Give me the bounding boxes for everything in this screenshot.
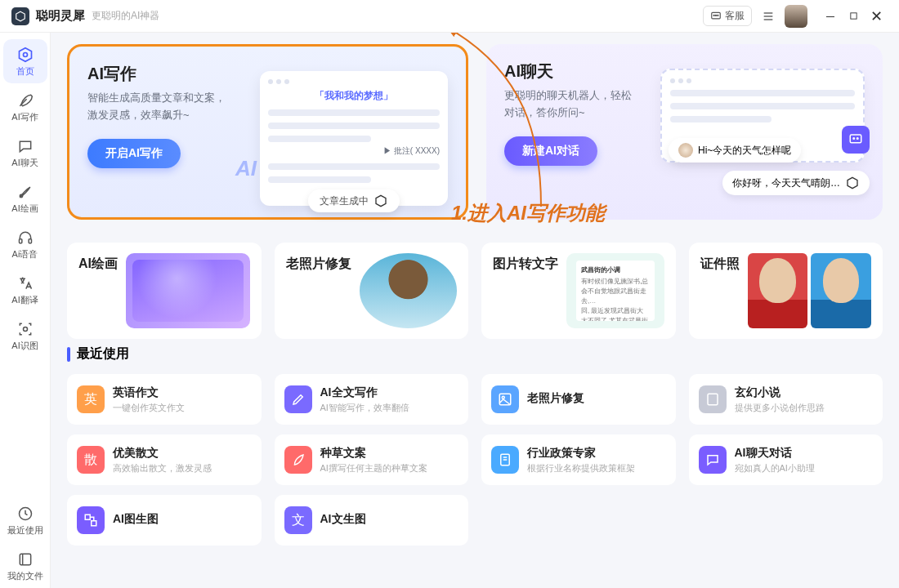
pen-icon [284,385,312,413]
recent-item[interactable]: 玄幻小说提供更多小说创作思路 [689,374,883,425]
folder-icon [16,550,34,568]
recent-item[interactable]: 散优美散文高效输出散文，激发灵感 [67,434,262,485]
hero-write-preview: 「我和我的梦想」 ▶ 批注( XXXX) AI 文章生成中 [260,71,448,206]
sidebar-item-label: 首页 [16,65,34,78]
window-minimize[interactable]: ─ [819,5,842,28]
sidebar-item-label: AI绘画 [11,203,38,215]
feature-thumb-id [748,253,872,328]
book-icon [699,385,727,413]
sidebar-item-recent[interactable]: 最近使用 [3,498,47,542]
svg-point-2 [713,15,714,16]
recent-item[interactable]: 英英语作文一键创作英文作文 [67,374,262,425]
sidebar-item-label: AI识图 [11,340,38,352]
svg-point-4 [718,15,718,16]
sidebar-item-ocr[interactable]: AI识图 [3,314,47,358]
recent-title: 种草文案 [320,446,427,461]
titlebar: 聪明灵犀 更聪明的AI神器 客服 ─ ✕ [0,0,899,33]
recent-item[interactable]: AI全文写作AI智能写作，效率翻倍 [275,374,469,425]
preview-title: 「我和我的梦想」 [268,89,440,103]
recent-item[interactable]: AI聊天对话宛如真人的AI小助理 [689,434,883,485]
user-avatar[interactable] [785,5,807,28]
window-close[interactable]: ✕ [865,5,888,28]
clock-icon [16,505,34,523]
recent-item[interactable]: 种草文案AI撰写任何主题的种草文案 [275,434,469,485]
sidebar-item-voice[interactable]: Ai语音 [3,222,47,266]
feature-thumb-paint [126,253,250,328]
chat-bubble-icon [16,137,34,155]
svg-rect-17 [20,554,30,564]
svg-rect-25 [708,394,718,405]
svg-marker-22 [848,177,857,188]
hero-chat-desc: 更聪明的聊天机器人，轻松 对话，答你所问~ [504,87,668,122]
hamburger-menu[interactable] [758,7,778,26]
recent-item[interactable]: 老照片修复 [481,374,676,425]
doc-icon [491,446,519,474]
hero-write-desc: 智能生成高质量文章和文案， 激发灵感，效率飙升~ [87,90,251,124]
recent-item[interactable]: 行业政策专家根据行业名称提供政策框架 [481,434,676,485]
customer-service-label: 客服 [725,9,745,23]
recent-desc: AI智能写作，效率翻倍 [320,402,409,414]
txt2img-icon: 文 [284,506,312,534]
leaf-icon [284,446,312,474]
sidebar-item-translate[interactable]: AI翻译 [3,268,47,312]
brush-icon [16,183,34,201]
sidebar-item-label: AI聊天 [11,157,38,169]
svg-rect-13 [19,238,21,243]
sidebar-item-chat[interactable]: AI聊天 [3,131,47,175]
sidebar-item-home[interactable]: 首页 [3,39,47,83]
chat-icon [710,11,722,22]
sidebar: 首页 AI写作 AI聊天 AI绘画 Ai语音 AI翻译 AI识图 最近使用 我的… [0,33,51,588]
svg-rect-30 [92,521,96,526]
recent-title: 行业政策专家 [527,446,635,461]
sidebar-item-label: 最近使用 [7,524,43,537]
recent-title: AI图生图 [113,512,159,527]
window-maximize[interactable] [842,5,865,28]
sidebar-item-files[interactable]: 我的文件 [3,544,47,588]
chat-bubble-user: Hi~今天的天气怎样呢 [669,138,801,163]
recent-title: 优美散文 [113,446,212,461]
svg-point-15 [23,327,27,331]
menu-icon [762,10,775,23]
feature-card-photo-restore[interactable]: 老照片修复 [275,243,469,339]
english-icon: 英 [77,385,105,413]
hero-card-write[interactable]: AI写作 智能生成高质量文章和文案， 激发灵感，效率飙升~ 开启AI写作 「我和… [67,44,468,220]
sidebar-item-paint[interactable]: AI绘画 [3,176,47,220]
feature-thumb-photo [360,253,458,328]
hero-card-chat[interactable]: AI聊天 更聪明的聊天机器人，轻松 对话，答你所问~ 新建AI对话 Hi~今天的… [486,44,883,220]
svg-marker-9 [19,47,31,61]
recent-item[interactable]: 文AI文生图 [275,495,469,546]
recent-desc: AI撰写任何主题的种草文案 [320,462,427,474]
svg-point-20 [853,138,855,140]
customer-service-button[interactable]: 客服 [703,6,752,26]
app-name: 聪明灵犀 [36,8,85,24]
feature-card-id-photo[interactable]: 证件照 [689,243,883,339]
preview-tag: ▶ 批注( XXXX) [268,145,440,157]
recent-item[interactable]: AI图生图 [67,495,262,546]
feature-title: 证件照 [700,256,740,273]
sidebar-item-write[interactable]: AI写作 [3,85,47,129]
recent-desc: 提供更多小说创作思路 [735,402,825,414]
feature-title: 图片转文字 [493,256,558,273]
square-icon [849,11,858,20]
recent-heading: 最近使用 [67,345,883,363]
sidebar-item-label: AI翻译 [11,294,38,306]
main-content: AI写作 智能生成高质量文章和文案， 激发灵感，效率飙升~ 开启AI写作 「我和… [51,33,899,588]
hexagon-icon [373,194,388,208]
feature-card-paint[interactable]: AI绘画 [67,243,262,339]
svg-point-10 [23,52,27,56]
recent-title: 玄幻小说 [735,385,825,400]
recent-desc: 宛如真人的AI小助理 [735,462,815,474]
chat-icon [699,446,727,474]
recent-title: AI聊天对话 [735,446,815,461]
svg-point-21 [857,138,859,140]
feature-thumb-doc: 武昌街的小调有时候们像见施深书,总会不自觉地跟武昌街走去,…回, 最近发现武昌街… [566,253,664,328]
start-ai-write-button[interactable]: 开启AI写作 [87,139,181,168]
recent-desc: 根据行业名称提供政策框架 [527,462,635,474]
app-logo [11,7,29,25]
feature-card-ocr[interactable]: 图片转文字 武昌街的小调有时候们像见施深书,总会不自觉地跟武昌街走去,…回, 最… [481,243,676,339]
svg-rect-19 [850,135,861,143]
scan-icon [16,320,34,338]
recent-title: AI全文写作 [320,385,409,400]
new-ai-chat-button[interactable]: 新建AI对话 [504,136,597,166]
app-tagline: 更聪明的AI神器 [92,9,159,23]
